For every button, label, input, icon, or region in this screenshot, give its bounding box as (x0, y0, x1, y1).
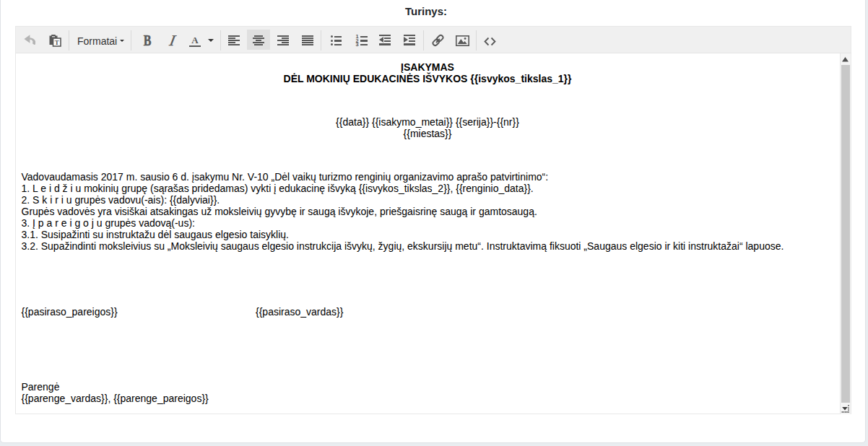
svg-text:T: T (55, 39, 59, 46)
